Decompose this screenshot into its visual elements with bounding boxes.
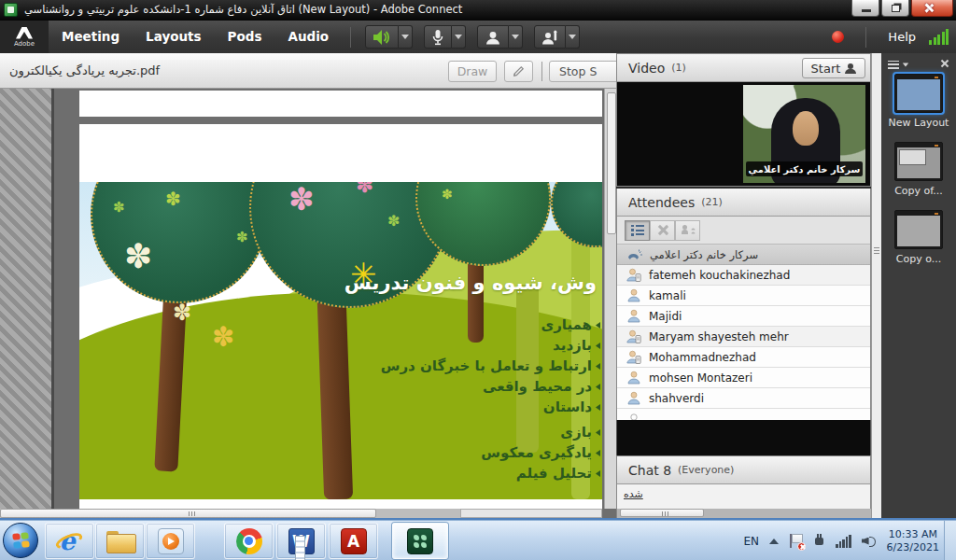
attendee-icon xyxy=(626,309,641,323)
chevron-down-icon xyxy=(569,35,576,39)
close-button[interactable] xyxy=(911,0,953,17)
attendee-row[interactable]: Majidi xyxy=(617,306,870,327)
share-scrollbar-track[interactable] xyxy=(460,509,602,518)
attendee-list-view-button[interactable] xyxy=(625,220,650,241)
attendee-name: shahverdi xyxy=(649,392,704,405)
minimize-button[interactable] xyxy=(851,0,879,17)
internet-explorer-icon: e xyxy=(56,528,84,554)
attendees-toolbar xyxy=(617,217,870,245)
chat-horizontal-scrollbar[interactable] xyxy=(616,509,871,518)
menu-meeting[interactable]: Meeting xyxy=(49,21,133,53)
window-controls xyxy=(850,0,953,17)
attendee-row[interactable]: kamali xyxy=(617,286,870,306)
raise-hand-button[interactable] xyxy=(534,25,566,49)
layout-thumbnail-new-layout[interactable] xyxy=(894,74,943,113)
webcam-button[interactable] xyxy=(477,25,509,49)
chat-scope: (Everyone) xyxy=(678,464,734,476)
restore-button[interactable] xyxy=(881,0,909,17)
flower-icon: ✽ xyxy=(387,214,400,229)
taskbar-media-player[interactable] xyxy=(146,523,195,559)
layout-label: Copy of... xyxy=(881,185,956,197)
attendee-mobile-icon xyxy=(626,329,641,343)
attendee-row[interactable]: Maryam shayesteh mehr xyxy=(617,327,870,347)
chevron-down-icon xyxy=(512,35,519,39)
start-webcam-button[interactable]: Start xyxy=(802,58,865,78)
list-view-icon xyxy=(631,225,644,236)
video-pod: Video (1) Start سركار خانم دكتر اعلامي xyxy=(616,53,871,187)
menu-separator xyxy=(350,27,351,48)
share-pod-header: تجربه یریادگی یکیالکترون.pdf Draw Stop S xyxy=(0,53,616,89)
attendee-list: fatemeh kouchakinezhad kamali Majidi Mar… xyxy=(617,265,870,420)
language-indicator[interactable]: EN xyxy=(744,535,760,548)
attendee-row[interactable]: shahverdi xyxy=(617,388,870,409)
layouts-close-icon[interactable] xyxy=(939,58,950,69)
desktop: اتاق آنلاين دفاع شماره 1-دانشكده علوم تر… xyxy=(0,0,956,560)
video-pod-header: Video (1) Start xyxy=(617,54,870,82)
taskbar-file-explorer[interactable] xyxy=(95,523,145,559)
taskbar-word[interactable]: W xyxy=(276,523,326,559)
attendee-row[interactable]: mohsen Montazeri xyxy=(617,368,870,388)
scrollbar-thumb[interactable] xyxy=(620,509,704,517)
pencil-tool-button[interactable] xyxy=(504,61,533,82)
show-desktop-button[interactable] xyxy=(944,521,956,560)
windows-logo-icon xyxy=(12,532,30,549)
layout-thumbnail-copy-1[interactable] xyxy=(894,142,943,181)
menu-icon xyxy=(888,61,899,69)
layout-thumbnail-copy-2[interactable] xyxy=(894,210,943,249)
raise-hand-dropdown[interactable] xyxy=(566,25,580,49)
attendee-row-host[interactable]: سركار خانم دكتر اعلامي xyxy=(617,245,870,265)
taskbar-chrome[interactable] xyxy=(224,523,274,559)
attendee-row[interactable]: fatemeh kouchakinezhad xyxy=(617,265,870,286)
recording-indicator-icon[interactable] xyxy=(832,31,844,43)
attendee-row[interactable]: Mohammadnezhad xyxy=(617,347,870,368)
network-signal-icon[interactable] xyxy=(836,535,851,548)
slide-bullet: در محیط واقعی xyxy=(381,376,600,397)
attendee-status-view-button[interactable] xyxy=(675,220,700,241)
attendee-icon xyxy=(626,409,641,420)
stop-sharing-button[interactable]: Stop S xyxy=(549,61,616,82)
start-button[interactable] xyxy=(3,523,38,558)
menu-bar-right: Help xyxy=(832,21,949,53)
media-player-icon xyxy=(158,528,184,554)
action-center-flag-icon[interactable] xyxy=(789,534,803,549)
alert-badge-icon xyxy=(797,542,806,551)
draw-button[interactable]: Draw xyxy=(448,61,497,82)
attendee-name: سركار خانم دكتر اعلامي xyxy=(650,248,758,261)
microphone-button[interactable] xyxy=(424,25,452,49)
share-vertical-scrollbar[interactable] xyxy=(604,89,616,509)
menu-pods[interactable]: Pods xyxy=(215,21,275,53)
flower-icon: ✽ xyxy=(173,301,191,324)
panel-resize-handle[interactable] xyxy=(871,53,881,518)
folder-icon xyxy=(106,531,134,552)
scrollbar-thumb[interactable] xyxy=(0,509,376,518)
taskbar-internet-explorer[interactable]: e xyxy=(45,523,94,559)
volume-icon[interactable] xyxy=(862,535,877,548)
layouts-menu-button[interactable] xyxy=(888,59,910,70)
telephone-icon xyxy=(626,248,642,261)
attendee-mobile-icon xyxy=(626,268,641,282)
breakout-view-button[interactable] xyxy=(650,220,675,241)
system-tray: EN 10:33 AM 6/23/2021 xyxy=(744,521,939,560)
microphone-dropdown[interactable] xyxy=(452,25,466,49)
speaker-button[interactable] xyxy=(365,25,399,49)
menu-audio[interactable]: Audio xyxy=(274,21,342,53)
adobe-logo: Adobe xyxy=(0,21,49,53)
show-hidden-icons[interactable] xyxy=(769,539,779,544)
raise-hand-icon xyxy=(541,30,558,45)
connection-status-icon[interactable] xyxy=(929,29,949,45)
layout-preview xyxy=(897,147,940,178)
adobe-a-icon xyxy=(16,27,33,39)
speaker-icon xyxy=(373,29,391,46)
menu-layouts[interactable]: Layouts xyxy=(133,21,214,53)
slide-bullet: ارتباط و تعامل با خبرگان درس xyxy=(381,356,600,376)
clock-date: 6/23/2021 xyxy=(887,541,939,554)
taskbar-acrobat[interactable]: A xyxy=(329,523,378,559)
video-count: (1) xyxy=(671,62,686,74)
taskbar-clock[interactable]: 10:33 AM 6/23/2021 xyxy=(887,528,939,553)
power-plug-icon[interactable] xyxy=(813,534,825,548)
speaker-dropdown[interactable] xyxy=(399,25,413,49)
taskbar-adobe-connect[interactable] xyxy=(392,523,448,559)
help-menu[interactable]: Help xyxy=(888,30,916,44)
webcam-dropdown[interactable] xyxy=(509,25,523,49)
layouts-panel: New Layout Copy of... Copy o... xyxy=(881,53,956,518)
